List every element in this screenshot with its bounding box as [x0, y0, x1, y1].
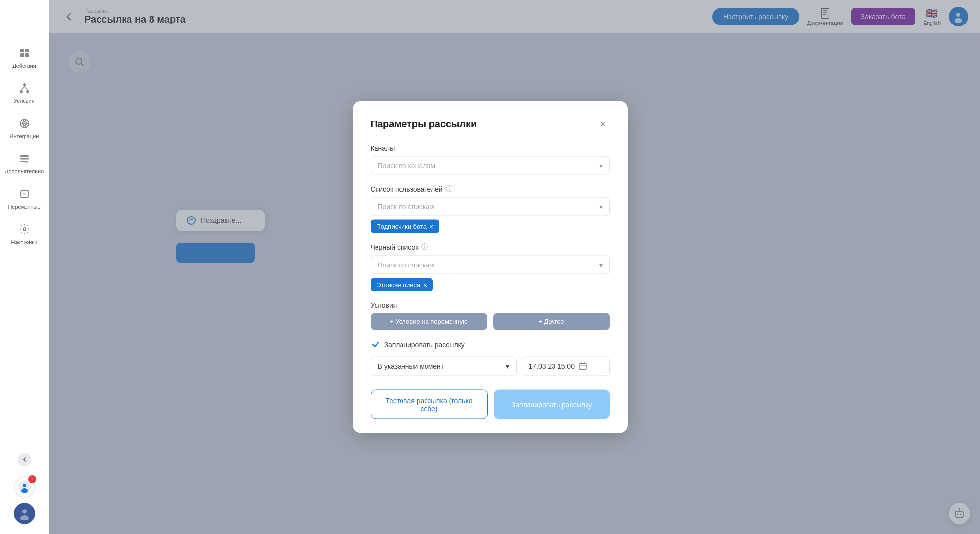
sidebar-item-extra[interactable]: Дополнительно	[0, 145, 49, 180]
svg-point-5	[20, 90, 23, 93]
blacklist-tag-label: Отписавшиеся	[377, 281, 420, 289]
blacklist-tag-remove[interactable]: ×	[423, 281, 427, 288]
sidebar-item-label-integrations: Интеграции	[10, 133, 39, 139]
schedule-row: Запланировать рассылку	[371, 340, 610, 350]
schedule-type-dropdown[interactable]: В указанный момент ▾	[371, 357, 517, 376]
sidebar-item-label-extra: Дополнительно	[5, 169, 44, 174]
svg-point-6	[26, 90, 29, 93]
test-send-button[interactable]: Тестовая рассылка (только себе)	[371, 390, 488, 419]
extra-icon	[17, 151, 32, 167]
svg-point-21	[22, 509, 27, 514]
svg-point-22	[20, 515, 29, 520]
svg-point-17	[23, 228, 26, 231]
blacklist-placeholder: Поиск по спискам	[378, 261, 434, 269]
modal-mailing-params: Параметры рассылки × Каналы Поиск по кан…	[353, 101, 628, 433]
conditions-label: Условия	[371, 301, 610, 309]
channels-section: Каналы Поиск по каналам ▾	[371, 145, 610, 175]
svg-point-4	[23, 83, 26, 86]
blacklist-label: Черный список ⓘ	[371, 243, 610, 252]
schedule-checkbox[interactable]	[371, 340, 380, 350]
sidebar-item-label-variables: Переменные	[8, 204, 40, 210]
sidebar-collapse-button[interactable]	[18, 453, 31, 466]
add-variable-condition-button[interactable]: + Условие на переменную	[371, 313, 487, 330]
svg-line-7	[21, 86, 25, 90]
users-dropdown-arrow: ▾	[599, 203, 603, 211]
schedule-datetime-value: 17.03.23 15:00	[529, 363, 575, 370]
users-tag-remove[interactable]: ×	[429, 223, 433, 230]
integrations-icon	[17, 116, 32, 131]
blacklist-section: Черный список ⓘ Поиск по спискам ▾ Отпис…	[371, 243, 610, 291]
svg-rect-1	[25, 49, 29, 52]
svg-text:×: ×	[23, 191, 25, 197]
modal-footer: Тестовая рассылка (только себе) Запланир…	[371, 390, 610, 419]
sidebar: Действия Условия Интеграции	[0, 0, 49, 534]
blacklist-info-icon: ⓘ	[421, 243, 428, 252]
users-info-icon: ⓘ	[446, 185, 452, 194]
blacklist-dropdown[interactable]: Поиск по спискам ▾	[371, 256, 610, 274]
schedule-label: Запланировать рассылку	[384, 341, 465, 349]
modal-header: Параметры рассылки ×	[371, 117, 610, 131]
sidebar-item-conditions[interactable]: Условия	[0, 74, 49, 110]
svg-rect-14	[20, 161, 26, 162]
svg-line-8	[25, 86, 28, 90]
conditions-buttons-row: + Условие на переменную + Другое	[371, 313, 610, 330]
svg-point-19	[23, 484, 26, 487]
svg-rect-12	[20, 155, 29, 157]
users-label: Список пользователей ⓘ	[371, 185, 610, 194]
add-other-condition-button[interactable]: + Другое	[493, 313, 610, 330]
users-tag-subscribers: Подписчики бота ×	[371, 220, 440, 233]
svg-rect-36	[579, 364, 586, 370]
users-section: Список пользователей ⓘ Поиск по спискам …	[371, 185, 610, 233]
sidebar-item-variables[interactable]: × Переменные	[0, 180, 49, 216]
actions-icon	[17, 45, 32, 61]
schedule-section: Запланировать рассылку В указанный момен…	[371, 340, 610, 376]
svg-point-20	[21, 488, 28, 493]
sidebar-item-integrations[interactable]: Интеграции	[0, 110, 49, 145]
sidebar-item-label-actions: Действия	[12, 63, 36, 69]
settings-icon	[17, 221, 32, 237]
users-dropdown[interactable]: Поиск по спискам ▾	[371, 197, 610, 216]
blacklist-dropdown-arrow: ▾	[599, 261, 603, 269]
sidebar-item-label-settings: Настройки	[11, 239, 38, 245]
channels-dropdown[interactable]: Поиск по каналам ▾	[371, 156, 610, 175]
svg-rect-3	[25, 53, 29, 57]
schedule-inputs: В указанный момент ▾ 17.03.23 15:00	[371, 357, 610, 376]
notification-badge: 1	[28, 475, 36, 483]
modal-close-button[interactable]: ×	[596, 117, 610, 131]
schedule-send-button[interactable]: Запланировать рассылку	[494, 390, 610, 419]
conditions-icon	[17, 80, 32, 96]
sidebar-item-settings[interactable]: Настройки	[0, 216, 49, 251]
blacklist-tags: Отписавшиеся ×	[371, 278, 610, 291]
users-placeholder: Поиск по спискам	[378, 203, 434, 211]
sidebar-item-label-conditions: Условия	[14, 98, 34, 104]
modal-title: Параметры рассылки	[371, 118, 477, 129]
variables-icon: ×	[17, 186, 32, 202]
svg-rect-13	[20, 158, 29, 160]
calendar-icon	[578, 362, 587, 371]
schedule-type-arrow: ▾	[506, 363, 509, 370]
blacklist-tag-unsubscribed: Отписавшиеся ×	[371, 278, 433, 291]
channels-label: Каналы	[371, 145, 610, 152]
users-tags: Подписчики бота ×	[371, 220, 610, 233]
svg-rect-2	[20, 53, 24, 57]
users-tag-label: Подписчики бота	[377, 223, 427, 230]
conditions-section: Условия + Условие на переменную + Другое	[371, 301, 610, 330]
sidebar-item-actions[interactable]: Действия	[0, 39, 49, 74]
bot-avatar[interactable]: 1	[14, 476, 35, 498]
schedule-type-value: В указанный момент	[378, 363, 444, 370]
user-avatar-sidebar[interactable]	[14, 503, 35, 524]
channels-dropdown-arrow: ▾	[599, 162, 603, 170]
channels-placeholder: Поиск по каналам	[378, 162, 435, 170]
svg-rect-0	[20, 49, 24, 52]
schedule-datetime-picker[interactable]: 17.03.23 15:00	[522, 357, 610, 376]
